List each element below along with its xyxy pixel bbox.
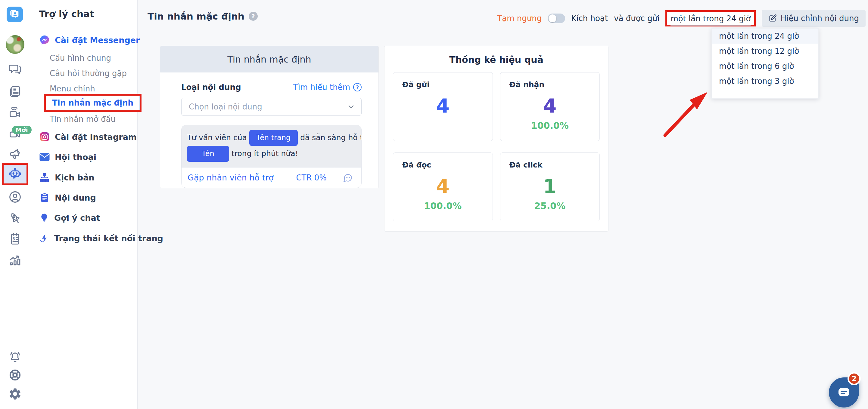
content-type-select[interactable]: Chọn loại nội dung [181, 98, 362, 116]
sidebar-item-label: Trạng thái kết nối trang [54, 234, 163, 243]
feed-icon[interactable] [7, 83, 24, 99]
sidebar-item-chat-suggestion[interactable]: Gợi ý chat [39, 211, 100, 224]
stat-value: 4 [402, 176, 484, 197]
preview-bubble: Tư vấn viên củaTên trangđã sẵn sàng hỗ t… [182, 125, 361, 167]
chevron-down-icon [347, 103, 355, 111]
annotation-arrow [661, 90, 715, 140]
sent-text: và được gửi [614, 14, 659, 23]
gear-icon[interactable] [7, 386, 24, 402]
header-controls: Tạm ngưng Kích hoạt và được gửi một lần … [497, 9, 866, 28]
pause-label: Tạm ngưng [497, 14, 541, 23]
sidebar-item-content[interactable]: Nội dung [39, 191, 96, 204]
sidebar: Trợ lý chat Cài đặt Messenger Cấu hình c… [30, 0, 137, 409]
sidebar-subitem-default-message[interactable]: Tin nhắn mặc định [46, 96, 140, 110]
learn-more-text: Tìm hiểu thêm [293, 83, 350, 92]
stat-label: Đã click [509, 161, 591, 169]
dropdown-option-6h[interactable]: một lần trong 6 giờ [712, 59, 818, 74]
default-message-card: Tin nhắn mặc định Loại nội dung Tìm hiểu… [160, 46, 379, 188]
sidebar-item-conversation[interactable]: Hội thoại [39, 150, 96, 164]
select-placeholder: Chọn loại nội dung [189, 102, 262, 111]
unread-badge: 2 [847, 372, 861, 385]
stat-label: Đã đọc [402, 161, 484, 169]
question-circle-icon: ? [353, 83, 362, 92]
annotation-box-rail [2, 163, 28, 185]
learn-more-link[interactable]: Tìm hiểu thêm ? [293, 83, 362, 92]
conversations-icon[interactable] [7, 61, 24, 77]
contacts-icon[interactable] [7, 189, 24, 205]
sidebar-item-instagram[interactable]: Cài đặt Instagram [39, 130, 137, 143]
stat-value: 4 [402, 96, 484, 117]
dropdown-option-24h[interactable]: một lần trong 24 giờ [712, 29, 818, 44]
dropdown-option-12h[interactable]: một lần trong 12 giờ [712, 44, 818, 59]
edit-content-button[interactable]: Hiệu chỉnh nội dung [762, 10, 866, 27]
sidebar-subitem-opening-message[interactable]: Tin nhắn mở đầu [50, 113, 116, 125]
chat-assistant-icon[interactable] [4, 165, 27, 183]
page-name-tag: Tên trang [249, 130, 298, 146]
card-title: Tin nhắn mặc định [160, 46, 378, 72]
preview-cta-button[interactable]: Gặp nhân viên hỗ trợ [188, 173, 274, 182]
stats-panel: Thống kê hiệu quả Đã gửi 4 Đã nhận 4 100… [384, 46, 609, 232]
annotation-box-sidebar: Tin nhắn mặc định [44, 94, 142, 112]
page-avatar[interactable] [6, 35, 24, 54]
message-preview: Tư vấn viên củaTên trangđã sẵn sàng hỗ t… [181, 125, 362, 188]
sidebar-item-label: Cài đặt Messenger [55, 35, 140, 45]
stat-percent [402, 120, 484, 131]
svg-text:$: $ [12, 236, 15, 241]
sidebar-subitem-main-menu[interactable]: Menu chính [50, 83, 95, 95]
bell-icon[interactable] [7, 349, 24, 365]
instagram-icon [39, 131, 50, 142]
comment-bubble-icon[interactable] [334, 173, 361, 183]
livestream-icon[interactable] [7, 105, 24, 120]
lightbulb-icon [39, 213, 50, 223]
message-icon [836, 386, 851, 399]
sidebar-item-label: Cài đặt Instagram [55, 132, 137, 142]
stat-value: 1 [509, 176, 591, 197]
sidebar-subitem-general-config[interactable]: Cấu hình chung [50, 52, 111, 64]
stat-percent: 100.0% [402, 201, 484, 211]
annotation-box-frequency: một lần trong 24 giờ [665, 10, 756, 27]
preview-text: trong ít phút nữa! [231, 149, 298, 158]
rocket-icon[interactable] [7, 210, 24, 226]
invoice-icon[interactable]: $ [7, 231, 24, 247]
sidebar-item-label: Kịch bản [55, 173, 95, 182]
help-icon[interactable]: ? [249, 12, 258, 21]
main-content: Tin nhắn mặc định ? Tạm ngưng Kích hoạt … [137, 0, 868, 409]
app-logo[interactable] [7, 7, 23, 22]
stat-percent: 25.0% [509, 201, 591, 211]
analytics-icon[interactable] [7, 252, 24, 268]
sidebar-item-connection-status[interactable]: Trạng thái kết nối trang [39, 232, 163, 245]
stat-card-received: Đã nhận 4 100.0% [500, 72, 600, 141]
sidebar-item-label: Gợi ý chat [54, 213, 100, 223]
chat-widget-button[interactable]: 2 [829, 377, 859, 408]
icon-rail: Mới $ [0, 0, 30, 409]
flowchart-icon [39, 172, 50, 183]
clipboard-icon [39, 192, 50, 203]
stat-card-read: Đã đọc 4 100.0% [393, 152, 493, 221]
support-icon[interactable] [7, 367, 24, 383]
megaphone-icon[interactable] [7, 146, 24, 162]
stats-title: Thống kê hiệu quả [384, 46, 608, 65]
stat-value: 4 [509, 96, 591, 117]
messenger-icon [39, 35, 50, 45]
content-type-label: Loại nội dung [181, 83, 241, 92]
sidebar-item-scenario[interactable]: Kịch bản [39, 171, 95, 184]
new-badge: Mới [12, 126, 32, 134]
activate-label: Kích hoạt [571, 14, 608, 23]
sidebar-subitem-faq[interactable]: Câu hỏi thường gặp [50, 67, 127, 79]
edit-button-label: Hiệu chỉnh nội dung [780, 14, 859, 23]
sidebar-item-label: Nội dung [55, 193, 96, 202]
stat-label: Đã nhận [509, 80, 591, 89]
stat-label: Đã gửi [402, 80, 484, 89]
sidebar-item-messenger[interactable]: Cài đặt Messenger [39, 33, 140, 46]
frequency-select[interactable]: một lần trong 24 giờ [667, 12, 754, 25]
dropdown-option-3h[interactable]: một lần trong 3 giờ [712, 74, 818, 89]
frequency-dropdown: một lần trong 24 giờ một lần trong 12 gi… [711, 28, 818, 99]
connection-bolt-icon [39, 233, 50, 243]
page-title: Tin nhắn mặc định [148, 11, 245, 22]
stat-card-click: Đã click 1 25.0% [500, 152, 600, 221]
edit-icon [768, 14, 777, 23]
frequency-value: một lần trong 24 giờ [671, 14, 751, 26]
stat-card-sent: Đã gửi 4 [393, 72, 493, 141]
sidebar-item-label: Hội thoại [55, 152, 96, 162]
activate-toggle[interactable] [548, 13, 565, 23]
